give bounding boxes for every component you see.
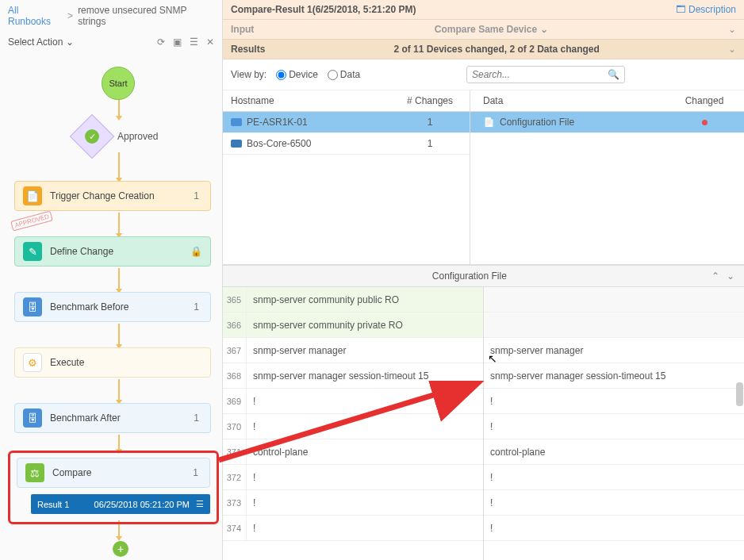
trigger-label: Trigger Change Creation bbox=[50, 190, 186, 201]
result-menu-icon[interactable]: ☰ bbox=[196, 499, 204, 509]
bench-after-label: Benchmark After bbox=[50, 412, 186, 424]
view-by-row: View by: Device Data 🔍 bbox=[223, 59, 744, 90]
breadcrumb-current: remove unsecured SNMP strings bbox=[78, 5, 214, 27]
compare-step[interactable]: ⚖ Compare 1 bbox=[17, 458, 210, 488]
line-text: snmp-server manager bbox=[247, 345, 346, 356]
changed-header[interactable]: Changed bbox=[673, 95, 736, 106]
refresh-icon[interactable]: ⟳ bbox=[157, 36, 165, 48]
execute-step[interactable]: ⚙ Execute bbox=[14, 347, 211, 378]
search-box[interactable]: 🔍 bbox=[466, 66, 625, 83]
add-step-button[interactable]: + bbox=[113, 541, 128, 557]
diff-line-left: 374! bbox=[223, 516, 483, 541]
line-text: ! bbox=[247, 421, 255, 432]
diff-line-left: 372! bbox=[223, 465, 483, 490]
approved-node[interactable]: ✓ Approved bbox=[76, 121, 163, 152]
breadcrumb[interactable]: All Runbooks > remove unsecured SNMP str… bbox=[0, 0, 222, 32]
compare-result-title: Compare-Result 1(6/25/2018, 5:21:20 PM) bbox=[231, 4, 416, 15]
viewby-device-radio[interactable]: Device bbox=[276, 69, 318, 80]
connector bbox=[118, 152, 120, 179]
diff-line-left: 373! bbox=[223, 490, 483, 516]
compare-count: 1 bbox=[193, 467, 198, 478]
benchmark-after-step[interactable]: 🗄 Benchmark After 1 bbox=[14, 403, 211, 433]
compare-device-label: Compare Same Device bbox=[435, 24, 537, 35]
diff-line-left: 369! bbox=[223, 389, 483, 414]
search-icon[interactable]: 🔍 bbox=[608, 69, 619, 80]
description-icon: 🗔 bbox=[676, 4, 685, 15]
menu-icon[interactable]: ☰ bbox=[190, 36, 198, 48]
config-file-title: Configuration File bbox=[232, 270, 707, 282]
collapse-up-icon[interactable]: ⌃ bbox=[711, 270, 719, 282]
device-row[interactable]: Bos-Core-6500 1 bbox=[223, 133, 470, 155]
database-icon: 🗄 bbox=[23, 297, 42, 316]
line-text: snmp-server manager bbox=[484, 345, 583, 356]
expand-down-icon[interactable]: ⌄ bbox=[727, 270, 734, 282]
close-icon[interactable]: ✕ bbox=[206, 36, 214, 48]
results-section-header[interactable]: Results 2 of 11 Devices changed, 2 of 2 … bbox=[223, 40, 744, 59]
diff-line-left: 365snmp-server community public RO bbox=[223, 287, 483, 313]
trigger-count: 1 bbox=[194, 190, 199, 201]
focus-icon[interactable]: ▣ bbox=[173, 36, 182, 48]
select-action-dropdown[interactable]: Select Action ⌄ bbox=[8, 36, 74, 48]
description-link[interactable]: 🗔 Description bbox=[676, 4, 736, 15]
data-name-label: Configuration File bbox=[500, 117, 574, 128]
database-icon: 🗄 bbox=[23, 408, 42, 428]
input-label: Input bbox=[231, 24, 254, 35]
diff-line-right: snmp-server manager bbox=[484, 338, 744, 363]
data-header[interactable]: Data bbox=[478, 95, 673, 106]
chevron-down-icon: ⌄ bbox=[540, 24, 548, 35]
document-icon: 📄 bbox=[23, 186, 42, 205]
scales-icon: ⚖ bbox=[25, 463, 44, 482]
trigger-change-step[interactable]: 📄 Trigger Change Creation 1 bbox=[14, 181, 211, 211]
compare-result-row[interactable]: Result 1 06/25/2018 05:21:20 PM ☰ bbox=[31, 494, 210, 514]
connector bbox=[118, 379, 120, 401]
line-number: 373 bbox=[223, 490, 247, 515]
diff-line-right bbox=[484, 287, 744, 313]
line-number: 370 bbox=[223, 414, 247, 439]
line-text: control-plane bbox=[247, 447, 308, 458]
bench-after-count: 1 bbox=[194, 412, 199, 424]
diff-line-right: ! bbox=[484, 414, 744, 439]
edit-icon: ✎ bbox=[23, 242, 42, 261]
device-row-selected[interactable]: PE-ASR1K-01 1 bbox=[223, 112, 470, 133]
collapse-input-icon[interactable]: ⌄ bbox=[728, 24, 736, 35]
compare-result-title-bar: Compare-Result 1(6/25/2018, 5:21:20 PM) … bbox=[223, 0, 744, 20]
line-number: 374 bbox=[223, 516, 247, 540]
line-number: 369 bbox=[223, 389, 247, 413]
config-file-title-bar[interactable]: Configuration File ⌃ ⌄ bbox=[223, 265, 744, 287]
line-text: snmp-server manager session-timeout 15 bbox=[484, 370, 665, 382]
diff-line-right: ! bbox=[484, 516, 744, 541]
scrollbar-thumb[interactable] bbox=[736, 382, 743, 406]
line-text: ! bbox=[484, 396, 493, 407]
compare-device-dropdown[interactable]: Compare Same Device ⌄ bbox=[254, 24, 728, 35]
diff-viewer: 365snmp-server community public RO366snm… bbox=[223, 287, 744, 560]
define-change-step[interactable]: ✎ Define Change 🔒 bbox=[14, 236, 211, 267]
viewby-label: View by: bbox=[231, 69, 267, 80]
search-input[interactable] bbox=[472, 69, 608, 80]
line-text: ! bbox=[247, 472, 255, 483]
device-changes: 1 bbox=[398, 117, 462, 128]
breadcrumb-root[interactable]: All Runbooks bbox=[8, 5, 63, 27]
hostname-header[interactable]: Hostname bbox=[231, 95, 398, 106]
description-label: Description bbox=[688, 4, 736, 15]
breadcrumb-sep: > bbox=[67, 10, 73, 21]
benchmark-before-step[interactable]: 🗄 Benchmark Before 1 bbox=[14, 292, 211, 322]
gear-icon: ⚙ bbox=[23, 353, 42, 372]
viewby-data-radio[interactable]: Data bbox=[328, 69, 360, 80]
diff-line-right: ! bbox=[484, 389, 744, 414]
data-row-selected[interactable]: 📄Configuration File bbox=[470, 112, 744, 133]
line-number: 365 bbox=[223, 287, 247, 312]
input-section-header[interactable]: Input Compare Same Device ⌄ ⌄ bbox=[223, 20, 744, 40]
diff-line-right: ! bbox=[484, 465, 744, 490]
collapse-results-icon[interactable]: ⌄ bbox=[728, 44, 736, 55]
changes-header[interactable]: # Changes bbox=[398, 95, 462, 106]
lock-icon: 🔒 bbox=[190, 246, 202, 257]
results-label: Results bbox=[231, 44, 265, 55]
diff-line-left: 370! bbox=[223, 414, 483, 439]
check-icon: ✓ bbox=[85, 129, 99, 144]
results-summary: 2 of 11 Devices changed, 2 of 2 Data cha… bbox=[265, 44, 728, 55]
line-text: snmp-server community public RO bbox=[247, 294, 399, 305]
compare-label: Compare bbox=[52, 467, 185, 478]
file-icon: 📄 bbox=[483, 117, 495, 128]
start-node[interactable]: Start bbox=[102, 67, 135, 100]
line-number: 366 bbox=[223, 313, 247, 337]
